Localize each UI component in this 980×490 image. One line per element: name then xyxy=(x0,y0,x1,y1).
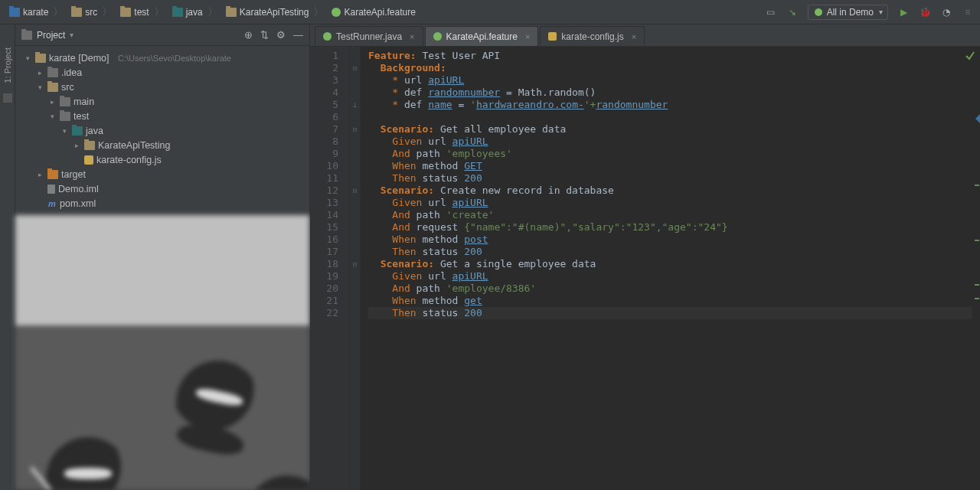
run-config-label: All in Demo xyxy=(827,7,874,18)
expand-arrow-icon[interactable]: ▸ xyxy=(72,142,81,149)
run-icon[interactable]: ▶ xyxy=(897,6,910,18)
tree-icon xyxy=(84,155,93,165)
tab-label: TestRunner.java xyxy=(336,31,402,42)
tree-row[interactable]: ▾src xyxy=(15,80,309,94)
tree-row[interactable]: karate-config.js xyxy=(15,152,309,167)
tree-label: Demo.iml xyxy=(58,184,99,194)
main-area: 1: Project Project ▾ ⊕ ⇅ ⚙ — ▾karate [De… xyxy=(0,24,980,490)
tree-row[interactable]: ▸.idea xyxy=(15,65,309,80)
breadcrumb-label: KarateApi.feature xyxy=(344,7,415,18)
tree-label: main xyxy=(74,96,94,107)
cucumber-icon xyxy=(815,8,822,16)
tree-label: karate [Demo] xyxy=(49,53,109,64)
expand-arrow-icon[interactable]: ▾ xyxy=(60,127,69,135)
folder-icon xyxy=(172,8,183,17)
expand-arrow-icon[interactable]: ▾ xyxy=(47,113,57,120)
tree-row[interactable]: ▾java xyxy=(15,123,309,138)
project-tool-tab[interactable]: 1: Project xyxy=(3,47,12,83)
code-text[interactable]: Feature: Test User API Background: * url… xyxy=(361,47,980,490)
breadcrumb-item[interactable]: karate〉 xyxy=(6,4,67,21)
tree-icon xyxy=(47,185,55,194)
tree-row[interactable]: ▸main xyxy=(15,94,309,109)
hammer-icon[interactable]: ↘ xyxy=(786,6,799,18)
tab-file-icon xyxy=(323,32,332,41)
tree-row[interactable]: ▾karate [Demo] C:\Users\Sevo\Desktop\kar… xyxy=(15,51,309,65)
line-gutter: 12345678910111213141516171819202122 xyxy=(310,47,350,490)
breadcrumbs: karate〉src〉test〉java〉KarateApiTesting〉Ka… xyxy=(6,4,763,21)
chevron-right-icon: 〉 xyxy=(207,5,218,19)
sort-icon[interactable]: ⇅ xyxy=(260,29,269,41)
expand-arrow-icon[interactable]: ▾ xyxy=(23,54,32,62)
close-icon[interactable]: × xyxy=(410,32,414,41)
folder-icon xyxy=(71,8,82,17)
tab-file-icon xyxy=(548,32,557,41)
tree-icon xyxy=(72,126,83,136)
navigation-bar: karate〉src〉test〉java〉KarateApiTesting〉Ka… xyxy=(0,0,980,24)
target-icon[interactable]: ⊕ xyxy=(244,29,253,41)
breadcrumb-label: karate xyxy=(23,7,48,18)
expand-arrow-icon[interactable]: ▸ xyxy=(35,171,44,178)
tree-label: target xyxy=(61,169,86,180)
breadcrumb-label: src xyxy=(85,7,97,18)
tree-icon xyxy=(35,54,46,63)
toolbar-right: ▭ ↘ All in Demo ▶ 🐞 ◔ ≡ xyxy=(765,5,974,20)
expand-arrow-icon[interactable]: ▸ xyxy=(47,98,57,106)
build-icon[interactable]: ▭ xyxy=(765,6,777,18)
breadcrumb-label: test xyxy=(134,7,149,18)
tree-row[interactable]: ▸target xyxy=(15,167,309,181)
tree-row[interactable]: ▾test xyxy=(15,109,309,123)
close-icon[interactable]: × xyxy=(525,32,530,41)
breadcrumb-item[interactable]: test〉 xyxy=(117,4,167,21)
tab-label: karate-config.js xyxy=(561,31,623,42)
left-tool-rail: 1: Project xyxy=(0,24,15,490)
tree-row[interactable]: mpom.xml xyxy=(15,196,309,211)
project-sidebar: Project ▾ ⊕ ⇅ ⚙ — ▾karate [Demo] C:\User… xyxy=(15,24,310,490)
tree-label: test xyxy=(74,111,89,122)
tree-icon xyxy=(60,97,70,106)
chevron-down-icon[interactable]: ▾ xyxy=(70,31,74,39)
breadcrumb-item[interactable]: KarateApiTesting〉 xyxy=(223,4,328,21)
tree-label: pom.xml xyxy=(60,198,96,209)
tree-row[interactable]: ▸KarateApiTesting xyxy=(15,138,309,152)
tree-icon xyxy=(60,112,70,121)
editor-tab[interactable]: karate-config.js× xyxy=(540,26,645,46)
close-icon[interactable]: × xyxy=(632,32,636,41)
tree-label: .idea xyxy=(61,67,82,78)
tree-icon xyxy=(47,68,58,77)
expand-arrow-icon[interactable]: ▾ xyxy=(35,83,44,91)
breadcrumb-item[interactable]: src〉 xyxy=(68,4,116,21)
breadcrumb-item[interactable]: KarateApi.feature xyxy=(328,5,418,19)
debug-icon[interactable]: 🐞 xyxy=(919,6,931,18)
expand-arrow-icon[interactable]: ▸ xyxy=(35,69,44,77)
tree-path: C:\Users\Sevo\Desktop\karate xyxy=(118,54,231,63)
sidebar-title: Project xyxy=(37,30,65,41)
folder-icon xyxy=(120,8,131,17)
project-tree[interactable]: ▾karate [Demo] C:\Users\Sevo\Desktop\kar… xyxy=(15,46,309,215)
tab-label: KarateApi.feature xyxy=(446,31,518,42)
structure-tool-icon[interactable] xyxy=(3,93,12,103)
editor-tab[interactable]: TestRunner.java× xyxy=(315,26,423,46)
gear-icon[interactable]: ⚙ xyxy=(276,29,286,41)
tree-icon xyxy=(47,170,58,179)
error-stripe[interactable] xyxy=(971,47,980,490)
stop-icon[interactable]: ≡ xyxy=(962,6,974,18)
tree-label: java xyxy=(86,126,103,136)
code-area[interactable]: 12345678910111213141516171819202122 ⊟⊥⊟⊟… xyxy=(310,47,980,490)
folder-icon xyxy=(21,31,32,40)
chevron-right-icon: 〉 xyxy=(154,5,165,19)
tree-icon xyxy=(47,83,58,92)
tree-row[interactable]: Demo.iml xyxy=(15,181,309,196)
editor-tabs: TestRunner.java×KarateApi.feature×karate… xyxy=(310,24,980,47)
run-config-select[interactable]: All in Demo xyxy=(808,5,888,20)
fold-column[interactable]: ⊟⊥⊟⊟⊟ xyxy=(350,47,361,490)
breadcrumb-label: KarateApiTesting xyxy=(240,7,309,18)
editor-tab[interactable]: KarateApi.feature× xyxy=(425,26,539,46)
tree-label: karate-config.js xyxy=(96,155,162,165)
hide-icon[interactable]: — xyxy=(293,29,303,41)
chevron-right-icon: 〉 xyxy=(53,5,64,19)
breadcrumb-item[interactable]: java〉 xyxy=(169,4,221,21)
coverage-icon[interactable]: ◔ xyxy=(940,6,952,18)
chevron-right-icon: 〉 xyxy=(313,5,324,19)
tree-label: src xyxy=(61,82,74,93)
tab-file-icon xyxy=(433,32,442,41)
